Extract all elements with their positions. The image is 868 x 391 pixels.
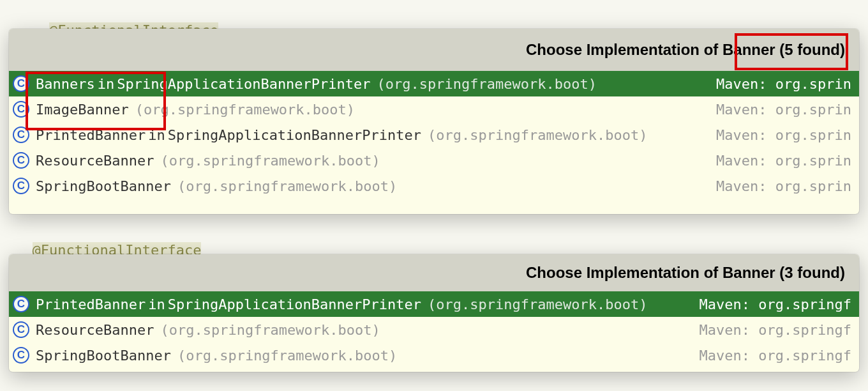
code-line-method: void printBanner(Environment environment… (0, 376, 868, 391)
implementations-popup-2: Choose Implementation of Banner (3 found… (9, 254, 859, 372)
source-label: Maven: org.springf (700, 348, 851, 364)
package-name: (org.springframework.boot) (160, 322, 380, 338)
class-icon: C (13, 178, 29, 194)
class-icon: C (13, 321, 29, 338)
implementations-list: C Banners in SpringApplicationBannerPrin… (9, 71, 859, 199)
package-name: (org.springframework.boot) (377, 76, 597, 92)
class-name: ImageBanner (36, 102, 129, 118)
context-class: SpringApplicationBannerPrinter (117, 76, 370, 92)
class-name: SpringBootBanner (36, 178, 171, 194)
in-separator: in (148, 296, 165, 312)
package-name: (org.springframework.boot) (177, 348, 397, 364)
class-icon: C (13, 75, 29, 92)
list-item[interactable]: C ImageBanner (org.springframework.boot)… (9, 96, 859, 122)
popup-title: Choose Implementation of Banner (3 found… (9, 254, 859, 291)
package-name: (org.springframework.boot) (135, 102, 355, 118)
class-icon: C (13, 126, 29, 143)
implementations-popup-1: Choose Implementation of Banner (5 found… (9, 29, 859, 214)
class-icon: C (13, 296, 29, 312)
class-name: Banners (36, 76, 95, 92)
source-label: Maven: org.springf (700, 296, 851, 312)
class-icon: C (13, 152, 29, 169)
class-name: ResourceBanner (36, 322, 154, 338)
source-label: Maven: org.sprin (716, 153, 851, 169)
list-item[interactable]: C ResourceBanner (org.springframework.bo… (9, 317, 859, 342)
in-separator: in (148, 127, 165, 143)
class-name: PrintedBanner (36, 296, 146, 312)
class-name: ResourceBanner (36, 153, 154, 169)
source-label: Maven: org.sprin (716, 127, 851, 143)
list-item[interactable]: C PrintedBanner in SpringApplicationBann… (9, 291, 859, 317)
implementations-list: C PrintedBanner in SpringApplicationBann… (9, 291, 859, 368)
list-item[interactable]: C ResourceBanner (org.springframework.bo… (9, 148, 859, 173)
class-icon: C (13, 101, 29, 118)
list-item[interactable]: C SpringBootBanner (org.springframework.… (9, 173, 859, 199)
source-label: Maven: org.sprin (716, 102, 851, 118)
list-item[interactable]: C Banners in SpringApplicationBannerPrin… (9, 71, 859, 96)
source-label: Maven: org.sprin (716, 178, 851, 194)
list-item[interactable]: C PrintedBanner in SpringApplicationBann… (9, 122, 859, 148)
class-icon: C (13, 347, 29, 364)
class-name: SpringBootBanner (36, 348, 171, 364)
package-name: (org.springframework.boot) (160, 153, 380, 169)
popup-title: Choose Implementation of Banner (5 found… (9, 29, 859, 71)
package-name: (org.springframework.boot) (428, 127, 647, 143)
class-name: PrintedBanner (36, 127, 146, 143)
list-item[interactable]: C SpringBootBanner (org.springframework.… (9, 342, 859, 368)
package-name: (org.springframework.boot) (428, 296, 647, 312)
source-label: Maven: org.springf (700, 322, 851, 338)
in-separator: in (98, 76, 115, 92)
context-class: SpringApplicationBannerPrinter (168, 296, 421, 312)
context-class: SpringApplicationBannerPrinter (168, 127, 421, 143)
source-label: Maven: org.sprin (716, 76, 851, 92)
package-name: (org.springframework.boot) (177, 178, 397, 194)
